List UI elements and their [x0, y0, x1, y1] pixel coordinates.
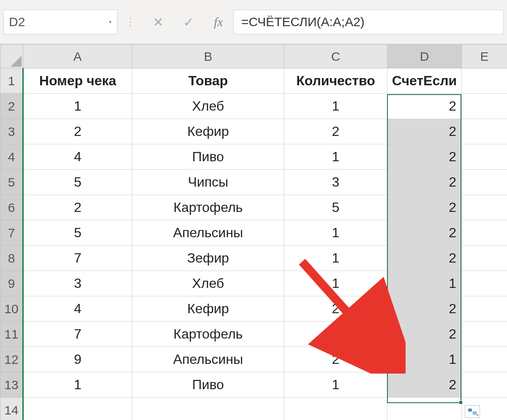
cell-d6[interactable]: 2 [387, 195, 462, 220]
cell-b1[interactable]: Товар [132, 68, 284, 94]
cell-b11[interactable]: Картофель [132, 322, 284, 347]
cell-b9[interactable]: Хлеб [132, 271, 284, 296]
column-header-e[interactable]: E [462, 45, 507, 68]
cell-a3[interactable]: 2 [23, 119, 132, 144]
cell-a8[interactable]: 7 [23, 246, 132, 271]
column-header-c[interactable]: C [284, 45, 387, 68]
cell-b13[interactable]: Пиво [132, 372, 284, 398]
cell-c10[interactable]: 2 [284, 296, 387, 322]
sheet-table[interactable]: A B C D E 1 Номер чека Товар Количество … [0, 44, 507, 420]
cell-e1[interactable] [462, 68, 507, 94]
cell-a11[interactable]: 7 [23, 322, 132, 347]
cell-b12[interactable]: Апельсины [132, 347, 284, 372]
cell-a9[interactable]: 3 [23, 271, 132, 296]
cell-e5[interactable] [462, 170, 507, 195]
row-header-12[interactable]: 12 [0, 347, 23, 372]
cell-c12[interactable]: 2 [284, 347, 387, 372]
cell-d7[interactable]: 2 [387, 220, 462, 246]
cell-a12[interactable]: 9 [23, 347, 132, 372]
row-header-7[interactable]: 7 [0, 220, 23, 246]
column-header-d[interactable]: D [387, 45, 462, 68]
cell-e6[interactable] [462, 195, 507, 220]
cell-d1[interactable]: СчетЕсли [387, 68, 462, 94]
cell-c9[interactable]: 1 [284, 271, 387, 296]
cell-b4[interactable]: Пиво [132, 144, 284, 170]
cell-e13[interactable] [462, 372, 507, 398]
row-header-9[interactable]: 9 [0, 271, 23, 296]
cell-e10[interactable] [462, 296, 507, 322]
cell-c2[interactable]: 1 [284, 94, 387, 119]
cell-b14[interactable] [132, 398, 284, 420]
spreadsheet-grid: A B C D E 1 Номер чека Товар Количество … [0, 44, 507, 420]
cancel-icon[interactable]: ✕ [143, 10, 173, 34]
cell-c4[interactable]: 1 [284, 144, 387, 170]
cell-a10[interactable]: 4 [23, 296, 132, 322]
cell-b2[interactable]: Хлеб [132, 94, 284, 119]
row-header-1[interactable]: 1 [0, 68, 23, 94]
row-header-11[interactable]: 11 [0, 322, 23, 347]
cell-d10[interactable]: 2 [387, 296, 462, 322]
cell-a14[interactable] [23, 398, 132, 420]
row-header-10[interactable]: 10 [0, 296, 23, 322]
cell-c11[interactable]: 1 [284, 322, 387, 347]
row-header-3[interactable]: 3 [0, 119, 23, 144]
column-header-b[interactable]: B [132, 45, 284, 68]
formula-input[interactable]: =СЧЁТЕСЛИ(A:A;A2) [233, 10, 504, 34]
column-header-a[interactable]: A [23, 45, 132, 68]
cell-d2[interactable]: 2 [387, 94, 462, 119]
cell-b5[interactable]: Чипсы [132, 170, 284, 195]
cell-d3[interactable]: 2 [387, 119, 462, 144]
cell-e4[interactable] [462, 144, 507, 170]
cell-d5[interactable]: 2 [387, 170, 462, 195]
cell-d8[interactable]: 2 [387, 246, 462, 271]
cell-e2[interactable] [462, 94, 507, 119]
cell-c14[interactable] [284, 398, 387, 420]
cell-c7[interactable]: 1 [284, 220, 387, 246]
cell-a1[interactable]: Номер чека [23, 68, 132, 94]
row-header-8[interactable]: 8 [0, 246, 23, 271]
formula-bar-buttons: ✕ ✓ fx [143, 10, 233, 34]
cell-e11[interactable] [462, 322, 507, 347]
cell-a13[interactable]: 1 [23, 372, 132, 398]
name-box-input[interactable] [4, 14, 104, 30]
row-header-6[interactable]: 6 [0, 195, 23, 220]
row-header-5[interactable]: 5 [0, 170, 23, 195]
cell-c5[interactable]: 3 [284, 170, 387, 195]
cell-a2[interactable]: 1 [23, 94, 132, 119]
cell-e7[interactable] [462, 220, 507, 246]
cell-e12[interactable] [462, 347, 507, 372]
cell-d14[interactable] [387, 398, 462, 420]
cell-a7[interactable]: 5 [23, 220, 132, 246]
cell-d11[interactable]: 2 [387, 322, 462, 347]
cell-c8[interactable]: 1 [284, 246, 387, 271]
cell-a6[interactable]: 2 [23, 195, 132, 220]
cell-d4[interactable]: 2 [387, 144, 462, 170]
row-header-13[interactable]: 13 [0, 372, 23, 398]
row-header-14[interactable]: 14 [0, 398, 23, 420]
cell-d9[interactable]: 1 [387, 271, 462, 296]
name-box[interactable]: ▾ [3, 10, 117, 34]
cell-a5[interactable]: 5 [23, 170, 132, 195]
confirm-icon[interactable]: ✓ [173, 10, 204, 34]
cell-b6[interactable]: Картофель [132, 195, 284, 220]
cell-b7[interactable]: Апельсины [132, 220, 284, 246]
fx-icon[interactable]: fx [204, 10, 233, 34]
row-header-4[interactable]: 4 [0, 144, 23, 170]
cell-e9[interactable] [462, 271, 507, 296]
cell-d13[interactable]: 2 [387, 372, 462, 398]
cell-b10[interactable]: Кефир [132, 296, 284, 322]
cell-b8[interactable]: Зефир [132, 246, 284, 271]
name-box-dropdown-icon[interactable]: ▾ [104, 10, 117, 34]
select-all-corner[interactable] [0, 45, 23, 68]
autofill-options-button[interactable]: + [465, 405, 480, 418]
cell-e8[interactable] [462, 246, 507, 271]
cell-a4[interactable]: 4 [23, 144, 132, 170]
cell-c6[interactable]: 5 [284, 195, 387, 220]
cell-c13[interactable]: 1 [284, 372, 387, 398]
cell-c3[interactable]: 2 [284, 119, 387, 144]
cell-c1[interactable]: Количество [284, 68, 387, 94]
cell-d12[interactable]: 1 [387, 347, 462, 372]
cell-e3[interactable] [462, 119, 507, 144]
cell-b3[interactable]: Кефир [132, 119, 284, 144]
row-header-2[interactable]: 2 [0, 94, 23, 119]
